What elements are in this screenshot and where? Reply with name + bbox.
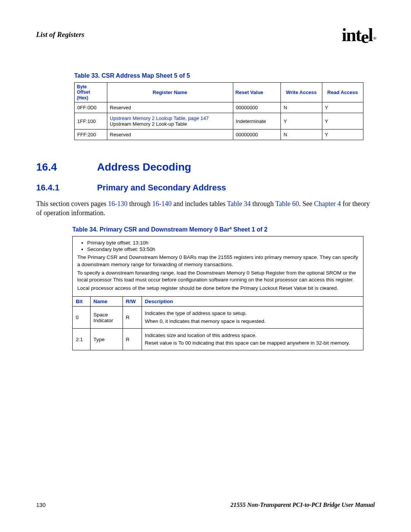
bullet-item: Secondary byte offset: 53:50h bbox=[87, 246, 358, 252]
cell-name: Space Indicator bbox=[90, 307, 123, 328]
table-row: FFF:200 Reserved 00000000 N Y bbox=[75, 129, 363, 140]
register-link[interactable]: Upstream Memory 2 Lookup Table, page 147 bbox=[110, 115, 209, 121]
desc-paragraph: The Primary CSR and Downstream Memory 0 … bbox=[77, 254, 358, 268]
cell-offset: FFF:200 bbox=[75, 129, 107, 140]
table-34-title: Table 34. Primary CSR and Downstream Mem… bbox=[72, 226, 375, 233]
th-bit: Bit bbox=[73, 297, 90, 307]
table-34-description: Primary byte offset: 13:10h Secondary by… bbox=[73, 236, 363, 296]
cell-name: Reserved bbox=[107, 129, 233, 140]
cell-description: Indicates size and location of this addr… bbox=[142, 328, 363, 350]
heading-number: 16.4 bbox=[36, 161, 97, 173]
table-row: 1FF:100 Upstream Memory 2 Lookup Table, … bbox=[75, 113, 363, 129]
cell-name: Upstream Memory 2 Lookup Table, page 147… bbox=[107, 113, 233, 129]
table-row: 2:1 Type R Indicates size and location o… bbox=[73, 328, 363, 350]
table-34: Primary byte offset: 13:10h Secondary by… bbox=[72, 236, 363, 350]
table-link[interactable]: Table 60 bbox=[275, 200, 299, 208]
cell-bit: 2:1 bbox=[73, 328, 90, 350]
heading-text: Address Decoding bbox=[97, 161, 191, 173]
title-text: Table 34. Primary CSR and Downstream Mem… bbox=[72, 226, 229, 233]
table-row: 0FF:0D0 Reserved 00000000 N Y bbox=[75, 102, 363, 113]
desc-line: Indicates the type of address space to s… bbox=[145, 310, 360, 317]
th-rw: R/W bbox=[123, 297, 142, 307]
intro-paragraph: This section covers pages 16-130 through… bbox=[36, 200, 375, 217]
th-register-name: Register Name bbox=[107, 83, 233, 102]
cell-description: Indicates the type of address space to s… bbox=[142, 307, 363, 328]
th-description: Description bbox=[142, 297, 363, 307]
cell-name: Type bbox=[90, 328, 123, 350]
th-write-access: Write Access bbox=[281, 83, 322, 102]
desc-line: Indicates size and location of this addr… bbox=[145, 332, 360, 339]
cell-rw: R bbox=[123, 328, 142, 350]
text: through bbox=[127, 200, 152, 208]
cell-ra: Y bbox=[322, 129, 363, 140]
table-row: 0 Space Indicator R Indicates the type o… bbox=[73, 307, 363, 328]
logo-part-e: e bbox=[361, 27, 368, 47]
desc-paragraph: To specify a downstream forwarding range… bbox=[77, 270, 358, 283]
th-read-access: Read Access bbox=[322, 83, 363, 102]
heading-number: 16.4.1 bbox=[36, 183, 97, 193]
desc-paragraph: Local processor access of the setup regi… bbox=[77, 285, 358, 292]
text: and includes tables bbox=[172, 200, 227, 208]
cell-offset: 1FF:100 bbox=[75, 113, 107, 129]
cell-offset: 0FF:0D0 bbox=[75, 102, 107, 113]
cell-ra: Y bbox=[322, 102, 363, 113]
table-33: Byte Offset (Hex) Register Name Reset Va… bbox=[74, 82, 363, 140]
intel-logo: intel® bbox=[342, 24, 375, 45]
heading-16-4: 16.4Address Decoding bbox=[36, 161, 375, 173]
chapter-link[interactable]: Chapter 4 bbox=[314, 200, 341, 208]
desc-line: When 0, it indicates that memory space i… bbox=[145, 318, 360, 325]
cell-wa: Y bbox=[281, 113, 322, 129]
cell-bit: 0 bbox=[73, 307, 90, 328]
table-34-grid: Bit Name R/W Description 0 Space Indicat… bbox=[73, 296, 363, 350]
page-section-title: List of Registers bbox=[36, 30, 84, 39]
cell-wa: N bbox=[281, 102, 322, 113]
manual-title: 21555 Non-Transparent PCI-to-PCI Bridge … bbox=[231, 502, 375, 508]
th-name: Name bbox=[90, 297, 123, 307]
text: This section covers pages bbox=[36, 200, 108, 208]
register-subtext: Upstream Memory 2 Look-up Table bbox=[110, 121, 187, 127]
title-text: Sheet 1 of 2 bbox=[232, 226, 268, 233]
cell-reset: Indeterminate bbox=[233, 113, 281, 129]
heading-text: Primary and Secondary Address bbox=[97, 183, 226, 192]
cell-name: Reserved bbox=[107, 102, 233, 113]
table-33-title: Table 33. CSR Address Map Sheet 5 of 5 bbox=[74, 72, 375, 79]
page-link[interactable]: 16-130 bbox=[108, 200, 127, 208]
logo-part-int: int bbox=[342, 25, 361, 45]
logo-registered-mark: ® bbox=[373, 36, 376, 40]
page-number: 130 bbox=[36, 502, 46, 508]
cell-reset: 00000000 bbox=[233, 129, 281, 140]
cell-ra: Y bbox=[322, 113, 363, 129]
th-byte-offset: Byte Offset (Hex) bbox=[75, 83, 107, 102]
th-reset-value: Reset Value bbox=[233, 83, 281, 102]
desc-line: Reset value is To 00 indicating that thi… bbox=[145, 340, 360, 347]
heading-16-4-1: 16.4.1Primary and Secondary Address bbox=[36, 183, 375, 193]
page-link[interactable]: 16-140 bbox=[152, 200, 172, 208]
cell-wa: N bbox=[281, 129, 322, 140]
text: through bbox=[251, 200, 276, 208]
logo-part-l: l bbox=[368, 25, 372, 45]
page-footer: 130 21555 Non-Transparent PCI-to-PCI Bri… bbox=[36, 502, 375, 508]
table-link[interactable]: Table 34 bbox=[227, 200, 251, 208]
bullet-item: Primary byte offset: 13:10h bbox=[87, 240, 358, 246]
text: . See bbox=[299, 200, 314, 208]
cell-rw: R bbox=[123, 307, 142, 328]
cell-reset: 00000000 bbox=[233, 102, 281, 113]
